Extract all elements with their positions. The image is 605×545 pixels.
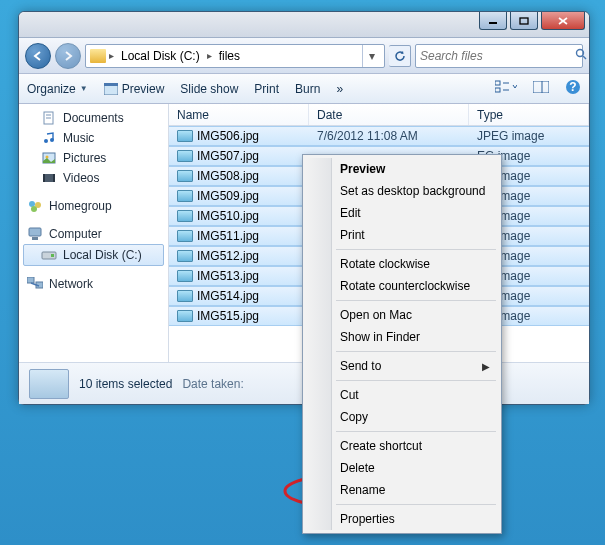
search-box[interactable] (415, 44, 583, 68)
sidebar-item-videos[interactable]: Videos (19, 168, 168, 188)
svg-point-28 (31, 206, 37, 212)
status-date-taken-label: Date taken: (182, 377, 243, 391)
column-date[interactable]: Date (309, 104, 469, 125)
column-headers: Name Date Type (169, 104, 589, 126)
preview-pane-button[interactable] (533, 81, 549, 96)
svg-text:?: ? (569, 80, 576, 94)
svg-rect-12 (533, 81, 549, 93)
file-row[interactable]: IMG506.jpg7/6/2012 11:08 AMJPEG image (169, 126, 589, 146)
image-file-icon (177, 190, 193, 202)
ctx-rotate-ccw[interactable]: Rotate counterclockwise (306, 275, 498, 297)
homegroup-icon (27, 198, 43, 214)
back-button[interactable] (25, 43, 51, 69)
ctx-cut[interactable]: Cut (306, 384, 498, 406)
column-type[interactable]: Type (469, 104, 589, 125)
computer-icon (27, 226, 43, 242)
svg-line-5 (583, 56, 586, 59)
image-file-icon (177, 210, 193, 222)
network-icon (27, 276, 43, 292)
drive-icon (41, 247, 57, 263)
image-file-icon (177, 150, 193, 162)
sidebar-item-computer[interactable]: Computer (19, 224, 168, 244)
sidebar-item-homegroup[interactable]: Homegroup (19, 196, 168, 216)
sidebar-item-documents[interactable]: Documents (19, 108, 168, 128)
svg-point-4 (577, 50, 584, 57)
svg-rect-1 (520, 18, 528, 24)
slideshow-button[interactable]: Slide show (180, 82, 238, 96)
file-type: JPEG image (469, 129, 589, 143)
sidebar-item-local-disk[interactable]: Local Disk (C:) (23, 244, 164, 266)
svg-rect-30 (32, 237, 38, 240)
music-icon (41, 130, 57, 146)
toolbar-overflow[interactable]: » (336, 82, 343, 96)
ctx-open-on-mac[interactable]: Open on Mac (306, 304, 498, 326)
image-file-icon (177, 250, 193, 262)
file-name: IMG507.jpg (197, 149, 259, 163)
burn-button[interactable]: Burn (295, 82, 320, 96)
titlebar (19, 12, 589, 38)
navigation-pane[interactable]: Documents Music Pictures Videos Homegrou… (19, 104, 169, 362)
breadcrumb-seg-folder[interactable]: files (215, 49, 244, 63)
ctx-edit[interactable]: Edit (306, 202, 498, 224)
file-name: IMG506.jpg (197, 129, 259, 143)
nav-bar: ▸ Local Disk (C:) ▸ files ▾ (19, 38, 589, 74)
videos-icon (41, 170, 57, 186)
file-name: IMG509.jpg (197, 189, 259, 203)
file-name: IMG511.jpg (197, 229, 259, 243)
svg-rect-32 (51, 254, 54, 257)
view-options-button[interactable] (495, 80, 517, 97)
sidebar-item-network[interactable]: Network (19, 274, 168, 294)
ctx-send-to[interactable]: Send to▶ (306, 355, 498, 377)
ctx-delete[interactable]: Delete (306, 457, 498, 479)
preview-button[interactable]: Preview (104, 82, 165, 96)
breadcrumb[interactable]: ▸ Local Disk (C:) ▸ files ▾ (85, 44, 385, 68)
maximize-button[interactable] (510, 12, 538, 30)
search-input[interactable] (420, 49, 571, 63)
print-button[interactable]: Print (254, 82, 279, 96)
image-file-icon (177, 290, 193, 302)
column-name[interactable]: Name (169, 104, 309, 125)
status-selection-count: 10 items selected (79, 377, 172, 391)
ctx-properties[interactable]: Properties (306, 508, 498, 530)
image-file-icon (177, 270, 193, 282)
ctx-print[interactable]: Print (306, 224, 498, 246)
file-name: IMG512.jpg (197, 249, 259, 263)
breadcrumb-seg-drive[interactable]: Local Disk (C:) (117, 49, 204, 63)
breadcrumb-dropdown[interactable]: ▾ (362, 45, 380, 67)
file-date: 7/6/2012 11:08 AM (309, 129, 469, 143)
ctx-preview[interactable]: Preview (306, 158, 498, 180)
ctx-rename[interactable]: Rename (306, 479, 498, 501)
toolbar: Organize▼ Preview Slide show Print Burn … (19, 74, 589, 104)
ctx-set-desktop-bg[interactable]: Set as desktop background (306, 180, 498, 202)
svg-rect-25 (53, 174, 55, 182)
sidebar-item-pictures[interactable]: Pictures (19, 148, 168, 168)
ctx-rotate-cw[interactable]: Rotate clockwise (306, 253, 498, 275)
context-menu: Preview Set as desktop background Edit P… (302, 154, 502, 534)
folder-icon (90, 49, 106, 63)
window-controls (475, 12, 589, 30)
svg-point-20 (50, 138, 54, 142)
svg-rect-7 (104, 83, 118, 86)
status-thumbnail (29, 369, 69, 399)
search-icon (575, 48, 587, 63)
minimize-button[interactable] (479, 12, 507, 30)
help-button[interactable]: ? (565, 79, 581, 98)
ctx-create-shortcut[interactable]: Create shortcut (306, 435, 498, 457)
svg-rect-24 (43, 174, 45, 182)
ctx-copy[interactable]: Copy (306, 406, 498, 428)
documents-icon (41, 110, 57, 126)
organize-menu[interactable]: Organize▼ (27, 82, 88, 96)
pictures-icon (41, 150, 57, 166)
svg-rect-8 (495, 81, 500, 85)
close-button[interactable] (541, 12, 585, 30)
sidebar-item-music[interactable]: Music (19, 128, 168, 148)
file-name: IMG513.jpg (197, 269, 259, 283)
svg-rect-9 (495, 88, 500, 92)
image-file-icon (177, 130, 193, 142)
chevron-right-icon: ▸ (109, 50, 114, 61)
refresh-button[interactable] (389, 45, 411, 67)
image-file-icon (177, 230, 193, 242)
chevron-right-icon: ▸ (207, 50, 212, 61)
ctx-show-in-finder[interactable]: Show in Finder (306, 326, 498, 348)
forward-button[interactable] (55, 43, 81, 69)
